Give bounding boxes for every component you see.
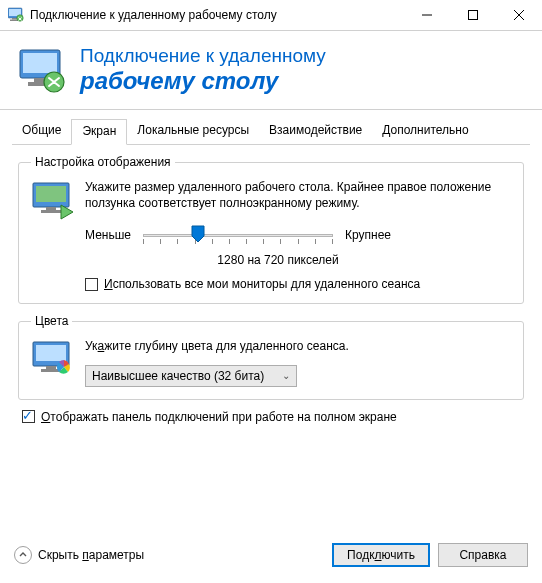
minimize-button[interactable] [404,0,450,30]
color-depth-select[interactable]: Наивысшее качество (32 бита) ⌄ [85,365,297,387]
display-config-legend: Настройка отображения [31,155,175,169]
tab-general[interactable]: Общие [12,119,71,145]
svg-rect-16 [46,207,56,210]
tab-display[interactable]: Экран [71,119,127,145]
tab-panel-display: Настройка отображения Укажите размер уда… [12,145,530,430]
footer: Скрыть параметры Подключить Справка [0,531,542,583]
banner-text: Подключение к удаленному рабочему столу [80,45,326,95]
maximize-button[interactable] [450,0,496,30]
use-all-monitors-label: Использовать все мои мониторы для удален… [104,277,420,291]
app-icon [8,7,24,23]
rdp-logo-icon [18,46,66,94]
svg-rect-20 [46,366,56,369]
slider-max-label: Крупнее [345,228,391,242]
use-all-monitors-row[interactable]: Использовать все мои мониторы для удален… [85,277,511,291]
chevron-down-icon: ⌄ [282,370,290,381]
svg-rect-6 [469,11,478,20]
resolution-slider[interactable] [143,223,333,247]
monitor-icon [31,179,73,221]
show-connection-bar-checkbox[interactable] [22,410,35,423]
window-title: Подключение к удаленному рабочему столу [30,8,404,22]
svg-rect-15 [36,186,66,202]
window-titlebar: Подключение к удаленному рабочему столу [0,0,542,30]
svg-rect-10 [23,53,57,73]
hide-options-toggle[interactable]: Скрыть параметры [14,546,144,564]
tab-experience[interactable]: Взаимодействие [259,119,372,145]
chevron-up-icon [14,546,32,564]
banner: Подключение к удаленному рабочему столу [0,30,542,110]
help-button[interactable]: Справка [438,543,528,567]
colors-legend: Цвета [31,314,72,328]
window-controls [404,0,542,30]
slider-min-label: Меньше [85,228,131,242]
color-depth-value: Наивысшее качество (32 бита) [92,369,264,383]
tab-strip: Общие Экран Локальные ресурсы Взаимодейс… [12,118,530,145]
resolution-value: 1280 на 720 пикселей [45,253,511,267]
svg-rect-17 [41,210,61,213]
banner-line1: Подключение к удаленному [80,45,326,67]
display-desc: Укажите размер удаленного рабочего стола… [85,179,511,211]
tab-advanced[interactable]: Дополнительно [372,119,478,145]
tab-local-resources[interactable]: Локальные ресурсы [127,119,259,145]
display-config-group: Настройка отображения Укажите размер уда… [18,155,524,304]
resolution-slider-row: Меньше Крупнее [85,223,511,247]
hide-options-label: Скрыть параметры [38,548,144,562]
color-monitor-icon [31,338,73,380]
banner-line2: рабочему столу [80,67,326,95]
use-all-monitors-checkbox[interactable] [85,278,98,291]
svg-rect-19 [36,345,66,361]
colors-desc: Укажите глубину цвета для удаленного сеа… [85,338,511,354]
show-connection-bar-row[interactable]: Отображать панель подключений при работе… [22,410,520,424]
connect-button[interactable]: Подключить [332,543,430,567]
colors-group: Цвета [18,314,524,399]
svg-point-4 [17,15,23,21]
content-area: Общие Экран Локальные ресурсы Взаимодейс… [0,110,542,430]
show-connection-bar-label: Отображать панель подключений при работе… [41,410,397,424]
close-button[interactable] [496,0,542,30]
slider-thumb[interactable] [191,225,205,243]
